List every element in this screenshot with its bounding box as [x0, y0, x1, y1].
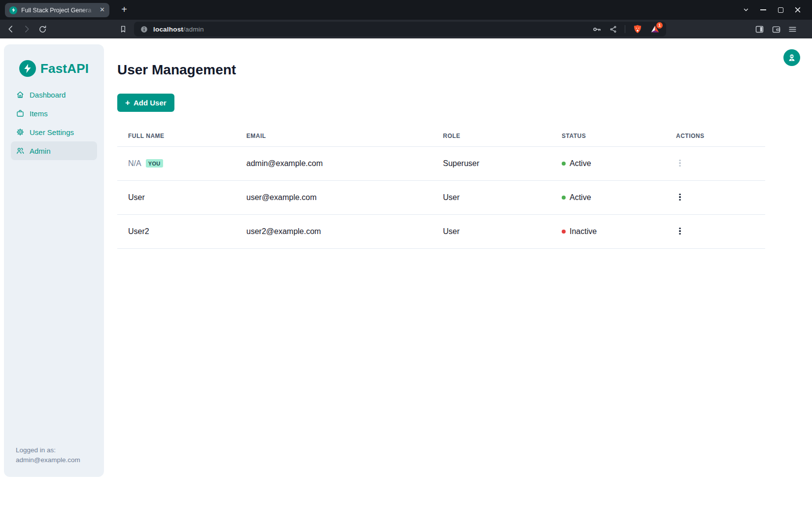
table-row: User2 user2@example.com User Inactive: [117, 214, 765, 248]
fastapi-lightning-icon: [19, 60, 36, 77]
sidebar-nav: Dashboard Items User Settings: [4, 85, 104, 160]
cell-role: User: [432, 180, 551, 214]
add-user-label: Add User: [134, 99, 167, 107]
cell-email: user2@example.com: [236, 214, 432, 248]
col-actions: ACTIONS: [665, 126, 765, 146]
table-row: N/AYOU admin@example.com Superuser Activ…: [117, 146, 765, 180]
rewards-badge: 1: [656, 22, 663, 29]
share-icon[interactable]: [609, 25, 617, 34]
new-tab-button[interactable]: +: [119, 4, 130, 15]
row-actions-menu-icon[interactable]: [676, 157, 684, 169]
omnibox-actions: 1: [592, 24, 660, 34]
sidebar-item-user-settings[interactable]: User Settings: [11, 123, 97, 141]
minimize-icon[interactable]: [759, 6, 767, 14]
browser-window: Full Stack Project Genera ✕ +: [0, 0, 812, 505]
key-icon[interactable]: [592, 25, 602, 34]
sidebar: FastAPI Dashboard Items: [4, 44, 104, 477]
brave-shield-icon[interactable]: [633, 24, 643, 34]
row-actions-menu-icon[interactable]: [676, 225, 684, 237]
row-actions-menu-icon[interactable]: [676, 191, 684, 203]
briefcase-icon: [16, 109, 25, 118]
site-info-icon[interactable]: [140, 25, 148, 34]
status-dot-icon: [562, 162, 566, 166]
cell-full-name: User2: [117, 214, 236, 248]
sidebar-item-admin[interactable]: Admin: [11, 141, 97, 160]
url-path: /admin: [183, 26, 204, 33]
sidebar-item-dashboard[interactable]: Dashboard: [11, 85, 97, 104]
sidebar-item-label: Items: [30, 109, 48, 118]
app-content: FastAPI Dashboard Items: [0, 38, 812, 505]
page-title: User Management: [117, 62, 236, 78]
status-label: Active: [570, 159, 591, 168]
col-role: ROLE: [432, 126, 551, 146]
status-badge: Active: [562, 193, 660, 202]
sidebar-item-label: Admin: [30, 147, 51, 155]
cell-full-name: N/A: [128, 159, 141, 168]
status-badge: Active: [562, 159, 660, 168]
users-icon: [16, 146, 25, 155]
toolbar-separator: [625, 25, 625, 33]
window-controls: [742, 0, 802, 20]
tab-strip: Full Stack Project Genera ✕ +: [0, 0, 812, 20]
tab-close-icon[interactable]: ✕: [98, 6, 106, 14]
sidebar-item-label: Dashboard: [30, 91, 66, 99]
user-menu-button[interactable]: [783, 49, 800, 66]
user-astronaut-icon: [787, 53, 797, 63]
tab-title: Full Stack Project Genera: [21, 7, 98, 14]
add-user-button[interactable]: + Add User: [117, 94, 174, 112]
status-dot-icon: [562, 230, 566, 234]
cell-email: admin@example.com: [236, 146, 432, 180]
status-label: Active: [570, 193, 591, 202]
sidebar-item-items[interactable]: Items: [11, 104, 97, 123]
table-header-row: FULL NAME EMAIL ROLE STATUS ACTIONS: [117, 126, 765, 146]
brand-name: FastAPI: [40, 61, 89, 76]
brave-rewards-icon[interactable]: 1: [650, 24, 660, 34]
you-badge: YOU: [146, 159, 163, 168]
cell-role: Superuser: [432, 146, 551, 180]
reload-icon[interactable]: [36, 23, 48, 35]
logged-in-email: admin@example.com: [16, 455, 80, 465]
maximize-icon[interactable]: [777, 6, 784, 14]
cell-role: User: [432, 214, 551, 248]
logged-in-label: Logged in as:: [16, 445, 80, 455]
brand: FastAPI: [4, 44, 104, 77]
sidebar-item-label: User Settings: [30, 128, 74, 136]
col-status: STATUS: [551, 126, 665, 146]
browser-toolbar: localhost/admin 1: [0, 20, 812, 38]
cell-email: user@example.com: [236, 180, 432, 214]
status-badge: Inactive: [562, 227, 660, 236]
wallet-icon[interactable]: [770, 23, 782, 35]
tab-search-chevron-icon[interactable]: [742, 6, 750, 14]
bookmark-icon[interactable]: [117, 23, 129, 35]
browser-tab[interactable]: Full Stack Project Genera ✕: [5, 3, 109, 17]
status-label: Inactive: [570, 227, 597, 236]
users-table: FULL NAME EMAIL ROLE STATUS ACTIONS N/AY…: [117, 126, 765, 249]
col-email: EMAIL: [236, 126, 432, 146]
forward-icon[interactable]: [21, 23, 33, 35]
status-dot-icon: [562, 196, 566, 200]
home-icon: [16, 90, 25, 99]
cell-full-name: User: [117, 180, 236, 214]
close-icon[interactable]: [794, 6, 802, 14]
sidebar-toggle-icon[interactable]: [753, 23, 765, 35]
logged-in-as: Logged in as: admin@example.com: [16, 445, 80, 465]
back-icon[interactable]: [5, 23, 17, 35]
menu-icon[interactable]: [786, 23, 798, 35]
url-host: localhost: [153, 26, 183, 33]
plus-icon: +: [125, 99, 130, 107]
gear-icon: [16, 128, 25, 136]
url-text: localhost/admin: [153, 26, 204, 33]
table-row: User user@example.com User Active: [117, 180, 765, 214]
fastapi-favicon-icon: [9, 6, 17, 14]
col-full-name: FULL NAME: [117, 126, 236, 146]
address-bar[interactable]: localhost/admin 1: [134, 22, 666, 36]
